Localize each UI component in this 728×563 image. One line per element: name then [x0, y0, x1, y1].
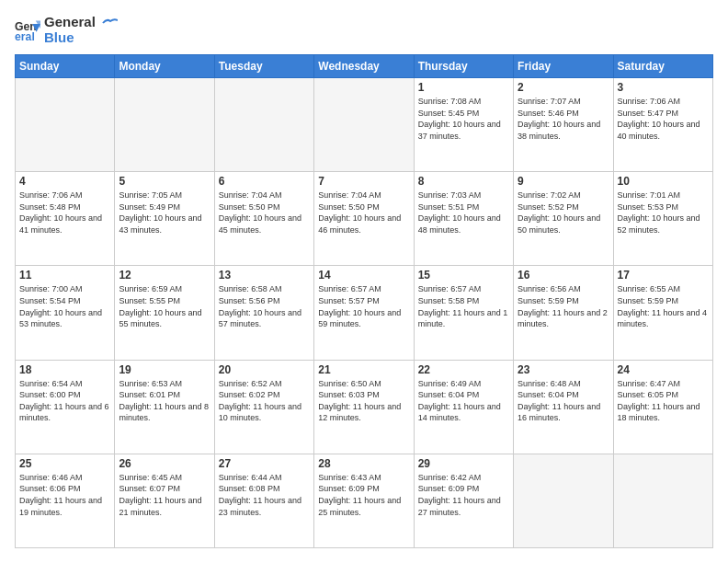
day-info: Sunrise: 6:58 AM Sunset: 5:56 PM Dayligh…: [219, 283, 310, 329]
day-info: Sunrise: 6:45 AM Sunset: 6:07 PM Dayligh…: [119, 472, 210, 518]
calendar-cell: 12 Sunrise: 6:59 AM Sunset: 5:55 PM Dayl…: [115, 266, 214, 360]
calendar-cell: 5 Sunrise: 7:05 AM Sunset: 5:49 PM Dayli…: [115, 172, 214, 266]
weekday-header-friday: Friday: [514, 55, 613, 78]
day-info: Sunrise: 6:59 AM Sunset: 5:55 PM Dayligh…: [119, 283, 210, 329]
logo-text-blue: Blue: [44, 30, 118, 46]
day-info: Sunrise: 6:42 AM Sunset: 6:09 PM Dayligh…: [418, 472, 509, 518]
calendar-cell: 17 Sunrise: 6:55 AM Sunset: 5:59 PM Dayl…: [613, 266, 712, 360]
calendar-cell: 26 Sunrise: 6:45 AM Sunset: 6:07 PM Dayl…: [115, 454, 214, 547]
day-number: 29: [418, 457, 509, 470]
calendar-cell: 6 Sunrise: 7:04 AM Sunset: 5:50 PM Dayli…: [214, 172, 313, 266]
day-number: 16: [518, 269, 609, 282]
day-number: 27: [219, 457, 310, 470]
weekday-header-thursday: Thursday: [414, 55, 513, 78]
day-info: Sunrise: 7:06 AM Sunset: 5:47 PM Dayligh…: [618, 96, 709, 142]
calendar-cell: [214, 78, 313, 172]
calendar-cell: 3 Sunrise: 7:06 AM Sunset: 5:47 PM Dayli…: [613, 78, 712, 172]
calendar-cell: 19 Sunrise: 6:53 AM Sunset: 6:01 PM Dayl…: [115, 360, 214, 454]
day-number: 1: [418, 81, 509, 94]
calendar-week-5: 25 Sunrise: 6:46 AM Sunset: 6:06 PM Dayl…: [16, 454, 713, 547]
day-info: Sunrise: 6:57 AM Sunset: 5:57 PM Dayligh…: [318, 283, 409, 329]
weekday-header-sunday: Sunday: [16, 55, 115, 78]
page: Gen eral General Blue SundayMondayTuesd: [0, 0, 728, 563]
calendar-cell: 7 Sunrise: 7:04 AM Sunset: 5:50 PM Dayli…: [314, 172, 414, 266]
day-info: Sunrise: 7:07 AM Sunset: 5:46 PM Dayligh…: [518, 96, 609, 142]
calendar-cell: 29 Sunrise: 6:42 AM Sunset: 6:09 PM Dayl…: [414, 454, 513, 547]
day-info: Sunrise: 6:43 AM Sunset: 6:09 PM Dayligh…: [318, 472, 409, 518]
day-number: 10: [618, 175, 709, 188]
day-number: 15: [418, 269, 509, 282]
day-number: 14: [318, 269, 409, 282]
calendar-cell: 15 Sunrise: 6:57 AM Sunset: 5:58 PM Dayl…: [414, 266, 513, 360]
day-number: 4: [19, 175, 110, 188]
day-number: 12: [119, 269, 210, 282]
logo: Gen eral General Blue: [15, 15, 118, 45]
day-info: Sunrise: 7:03 AM Sunset: 5:51 PM Dayligh…: [418, 190, 509, 236]
day-number: 28: [318, 457, 409, 470]
day-number: 19: [119, 363, 210, 376]
calendar-cell: [514, 454, 613, 547]
calendar-cell: 24 Sunrise: 6:47 AM Sunset: 6:05 PM Dayl…: [613, 360, 712, 454]
header: Gen eral General Blue: [15, 15, 713, 45]
day-info: Sunrise: 6:50 AM Sunset: 6:03 PM Dayligh…: [318, 378, 409, 424]
calendar-week-2: 4 Sunrise: 7:06 AM Sunset: 5:48 PM Dayli…: [16, 172, 713, 266]
calendar-cell: 11 Sunrise: 7:00 AM Sunset: 5:54 PM Dayl…: [16, 266, 115, 360]
calendar-cell: [16, 78, 115, 172]
day-info: Sunrise: 7:06 AM Sunset: 5:48 PM Dayligh…: [19, 190, 110, 236]
day-info: Sunrise: 7:01 AM Sunset: 5:53 PM Dayligh…: [618, 190, 709, 236]
calendar-week-3: 11 Sunrise: 7:00 AM Sunset: 5:54 PM Dayl…: [16, 266, 713, 360]
logo-bird-icon: [101, 17, 118, 29]
calendar-week-1: 1 Sunrise: 7:08 AM Sunset: 5:45 PM Dayli…: [16, 78, 713, 172]
calendar-cell: 27 Sunrise: 6:44 AM Sunset: 6:08 PM Dayl…: [214, 454, 313, 547]
calendar-cell: 20 Sunrise: 6:52 AM Sunset: 6:02 PM Dayl…: [214, 360, 313, 454]
calendar-cell: [115, 78, 214, 172]
weekday-header-tuesday: Tuesday: [214, 55, 313, 78]
calendar-cell: 1 Sunrise: 7:08 AM Sunset: 5:45 PM Dayli…: [414, 78, 513, 172]
day-info: Sunrise: 6:57 AM Sunset: 5:58 PM Dayligh…: [418, 283, 509, 329]
calendar-cell: 16 Sunrise: 6:56 AM Sunset: 5:59 PM Dayl…: [514, 266, 613, 360]
day-info: Sunrise: 7:02 AM Sunset: 5:52 PM Dayligh…: [518, 190, 609, 236]
calendar-cell: 23 Sunrise: 6:48 AM Sunset: 6:04 PM Dayl…: [514, 360, 613, 454]
calendar-cell: 8 Sunrise: 7:03 AM Sunset: 5:51 PM Dayli…: [414, 172, 513, 266]
calendar-cell: 9 Sunrise: 7:02 AM Sunset: 5:52 PM Dayli…: [514, 172, 613, 266]
logo-text-general: General: [44, 15, 118, 30]
weekday-header-wednesday: Wednesday: [314, 55, 414, 78]
day-number: 7: [318, 175, 409, 188]
calendar-cell: 14 Sunrise: 6:57 AM Sunset: 5:57 PM Dayl…: [314, 266, 414, 360]
day-number: 23: [518, 363, 609, 376]
day-number: 26: [119, 457, 210, 470]
calendar-cell: 28 Sunrise: 6:43 AM Sunset: 6:09 PM Dayl…: [314, 454, 414, 547]
day-number: 2: [518, 81, 609, 94]
day-info: Sunrise: 6:47 AM Sunset: 6:05 PM Dayligh…: [618, 378, 709, 424]
day-number: 6: [219, 175, 310, 188]
day-number: 13: [219, 269, 310, 282]
day-info: Sunrise: 7:00 AM Sunset: 5:54 PM Dayligh…: [19, 283, 110, 329]
day-info: Sunrise: 6:49 AM Sunset: 6:04 PM Dayligh…: [418, 378, 509, 424]
day-number: 8: [418, 175, 509, 188]
day-number: 25: [19, 457, 110, 470]
weekday-header-monday: Monday: [115, 55, 214, 78]
day-number: 17: [618, 269, 709, 282]
calendar-cell: 2 Sunrise: 7:07 AM Sunset: 5:46 PM Dayli…: [514, 78, 613, 172]
calendar-cell: 4 Sunrise: 7:06 AM Sunset: 5:48 PM Dayli…: [16, 172, 115, 266]
day-number: 20: [219, 363, 310, 376]
calendar-cell: 18 Sunrise: 6:54 AM Sunset: 6:00 PM Dayl…: [16, 360, 115, 454]
calendar-cell: [613, 454, 712, 547]
day-number: 11: [19, 269, 110, 282]
day-info: Sunrise: 6:55 AM Sunset: 5:59 PM Dayligh…: [618, 283, 709, 329]
calendar-cell: 22 Sunrise: 6:49 AM Sunset: 6:04 PM Dayl…: [414, 360, 513, 454]
calendar-cell: 21 Sunrise: 6:50 AM Sunset: 6:03 PM Dayl…: [314, 360, 414, 454]
day-info: Sunrise: 7:08 AM Sunset: 5:45 PM Dayligh…: [418, 96, 509, 142]
day-number: 18: [19, 363, 110, 376]
day-info: Sunrise: 7:05 AM Sunset: 5:49 PM Dayligh…: [119, 190, 210, 236]
calendar-header-row: SundayMondayTuesdayWednesdayThursdayFrid…: [16, 55, 713, 78]
day-info: Sunrise: 7:04 AM Sunset: 5:50 PM Dayligh…: [219, 190, 310, 236]
day-info: Sunrise: 6:46 AM Sunset: 6:06 PM Dayligh…: [19, 472, 110, 518]
day-number: 22: [418, 363, 509, 376]
calendar-cell: 25 Sunrise: 6:46 AM Sunset: 6:06 PM Dayl…: [16, 454, 115, 547]
svg-text:eral: eral: [15, 29, 35, 42]
day-number: 9: [518, 175, 609, 188]
calendar-cell: 10 Sunrise: 7:01 AM Sunset: 5:53 PM Dayl…: [613, 172, 712, 266]
logo-icon: Gen eral: [15, 17, 40, 43]
calendar-cell: [314, 78, 414, 172]
